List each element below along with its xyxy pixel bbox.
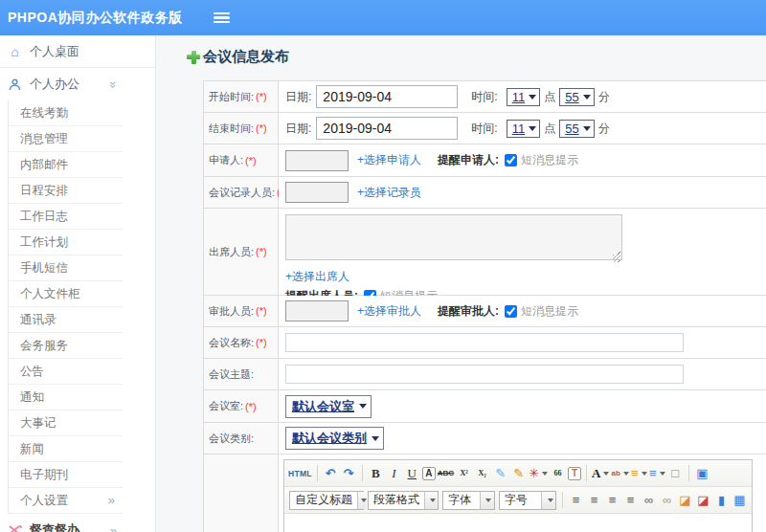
- align-justify-icon[interactable]: ≡: [622, 491, 639, 510]
- home-icon: ⌂: [8, 44, 22, 58]
- sidebar-item-memorabilia[interactable]: 大事记: [9, 410, 123, 436]
- select-attendees-link[interactable]: +选择出席人: [285, 270, 349, 283]
- sidebar-item-online-attendance[interactable]: 在线考勤: [9, 100, 123, 126]
- form-row-meeting-name: 会议名称:(*): [204, 327, 766, 359]
- unlink-icon[interactable]: ∞: [659, 491, 675, 510]
- sidebar-item-work-plan[interactable]: 工作计划: [9, 230, 123, 255]
- toolbar-separator: [362, 465, 363, 481]
- sidebar-item-work-log[interactable]: 工作日志: [9, 204, 123, 230]
- media-icon[interactable]: ▮: [713, 491, 730, 510]
- fullscreen-icon[interactable]: ▣: [694, 464, 710, 483]
- chevron-down-icon: [424, 492, 438, 509]
- subscript-icon[interactable]: X₂: [474, 464, 490, 483]
- strikethrough-icon[interactable]: ABC: [438, 464, 454, 483]
- form-row-meeting-subject: 会议主题:: [204, 359, 766, 390]
- shuffle-icon: [8, 523, 22, 532]
- sidebar-item-announcement[interactable]: 公告: [9, 359, 123, 385]
- approver-sms-checkbox[interactable]: [505, 305, 517, 318]
- ordered-list-icon[interactable]: ≡: [631, 464, 647, 483]
- app-title: PHPOA协同办公软件政务版: [8, 10, 183, 27]
- paragraph-format-select[interactable]: 段落格式: [368, 491, 439, 510]
- blockquote-icon[interactable]: 66: [550, 464, 566, 483]
- start-date-input[interactable]: [316, 85, 458, 108]
- table-icon[interactable]: ▦: [732, 491, 748, 510]
- select-recorder-link[interactable]: +选择记录员: [357, 185, 421, 201]
- meeting-form: 开始时间:(*) 日期: 时间: 11 点 55 分 结束时间:(*) 日期: …: [203, 80, 766, 532]
- form-row-meeting-category: 会议类别: 默认会议类别: [204, 423, 766, 454]
- color-tool-icon[interactable]: ✳: [529, 464, 548, 483]
- image-icon[interactable]: ◪: [677, 491, 693, 510]
- html-source-button[interactable]: HTML: [288, 464, 312, 483]
- highlight-color-icon[interactable]: ab: [611, 464, 628, 483]
- align-right-icon[interactable]: ≡: [604, 491, 620, 510]
- sidebar-item-personal-settings[interactable]: 个人设置»: [9, 488, 123, 514]
- sidebar-item-personal-office[interactable]: 个人办公»: [0, 68, 155, 100]
- sidebar-item-meeting-service[interactable]: 会务服务: [9, 333, 123, 359]
- sidebar-item-schedule[interactable]: 日程安排: [9, 178, 123, 204]
- toolbar-separator: [562, 492, 563, 508]
- date-label: 日期:: [285, 89, 311, 105]
- user-icon: [8, 78, 22, 92]
- rich-text-editor: HTML↶↷BIUAABCX²X₂✎✎✳66TAab≡≡□▣ 自定义标题段落格式…: [283, 459, 753, 532]
- font-family-select[interactable]: 字体: [442, 491, 495, 510]
- superscript-icon[interactable]: X²: [456, 464, 472, 483]
- select-approver-link[interactable]: +选择审批人: [357, 303, 421, 320]
- sidebar-item-notification[interactable]: 通知: [9, 385, 123, 410]
- sidebar-item-mobile-sms[interactable]: 手机短信: [9, 255, 123, 281]
- sidebar-item-contacts[interactable]: 通讯录: [9, 307, 123, 333]
- chevron-down-icon: [541, 492, 555, 509]
- style-select-label: 自定义标题: [290, 492, 357, 508]
- sidebar: ⌂个人桌面个人办公»在线考勤消息管理内部邮件日程安排工作日志工作计划手机短信个人…: [0, 35, 156, 532]
- recorder-input[interactable]: [285, 182, 349, 203]
- eraser-icon[interactable]: ✎: [492, 464, 508, 483]
- end-hour-select[interactable]: 11: [507, 120, 541, 138]
- sidebar-item-message-management[interactable]: 消息管理: [9, 126, 123, 152]
- attendees-textarea[interactable]: [285, 214, 622, 260]
- start-hour-select[interactable]: 11: [507, 88, 541, 106]
- meeting-subject-input[interactable]: [285, 365, 684, 384]
- sidebar-item-personal-file-cabinet[interactable]: 个人文件柜: [9, 281, 123, 307]
- sidebar-item-supervision[interactable]: 督查督办»: [0, 514, 155, 532]
- unordered-list-icon[interactable]: ≡: [649, 464, 665, 483]
- link-icon[interactable]: ∞: [641, 491, 657, 510]
- new-page-icon[interactable]: □: [667, 464, 684, 483]
- approver-input[interactable]: [285, 300, 349, 321]
- sidebar-item-label: 个人办公: [30, 76, 79, 93]
- applicant-input[interactable]: [285, 150, 349, 171]
- underline-icon[interactable]: U: [404, 464, 420, 483]
- style-select[interactable]: 自定义标题: [289, 491, 364, 510]
- paste-text-icon[interactable]: T: [568, 467, 581, 480]
- editor-content-area[interactable]: [284, 514, 752, 532]
- format-brush-icon[interactable]: ✎: [510, 464, 527, 483]
- paragraph-format-select-label: 段落格式: [369, 492, 424, 508]
- undo-icon[interactable]: ↶: [323, 464, 339, 483]
- font-color-icon[interactable]: A: [592, 464, 609, 483]
- font-size-select[interactable]: 字号: [499, 491, 557, 510]
- insert-image-icon[interactable]: ◪: [695, 491, 711, 510]
- remove-format-icon[interactable]: A: [422, 467, 436, 480]
- chevron-down-icon: [357, 492, 367, 509]
- resize-handle[interactable]: [613, 255, 620, 262]
- meeting-room-select[interactable]: 默认会议室: [285, 395, 372, 418]
- sidebar-item-internal-mail[interactable]: 内部邮件: [9, 152, 123, 178]
- time-label: 时间:: [471, 89, 497, 105]
- redo-icon[interactable]: ↷: [341, 464, 357, 483]
- sidebar-item-personal-desktop[interactable]: ⌂个人桌面: [0, 35, 155, 68]
- meeting-category-select[interactable]: 默认会议类别: [285, 427, 384, 450]
- align-center-icon[interactable]: ≡: [586, 491, 602, 510]
- bold-icon[interactable]: B: [368, 464, 384, 483]
- remind-applicant-label: 提醒申请人:: [438, 152, 499, 168]
- chevron-right-icon: »: [108, 488, 115, 513]
- hamburger-icon[interactable]: [214, 12, 230, 23]
- start-minute-select[interactable]: 55: [559, 88, 594, 106]
- italic-icon[interactable]: I: [386, 464, 402, 483]
- end-date-input[interactable]: [316, 117, 458, 140]
- select-applicant-link[interactable]: +选择申请人: [357, 152, 421, 168]
- align-left-icon[interactable]: ≡: [568, 491, 584, 510]
- applicant-sms-checkbox[interactable]: [505, 154, 517, 166]
- end-minute-select[interactable]: 55: [559, 120, 594, 138]
- sidebar-item-e-journal[interactable]: 电子期刊: [9, 462, 123, 488]
- sidebar-item-news[interactable]: 新闻: [9, 436, 123, 462]
- add-plus-icon: [187, 51, 200, 64]
- meeting-name-input[interactable]: [285, 333, 684, 352]
